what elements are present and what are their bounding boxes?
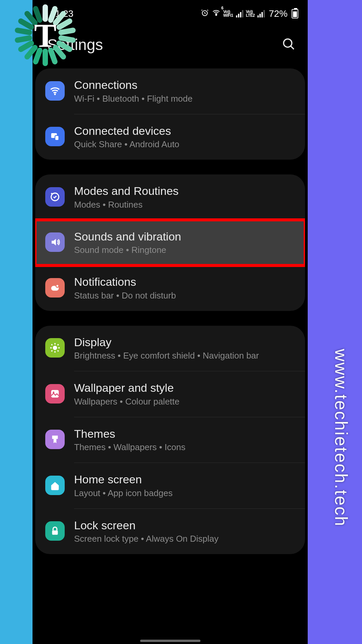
settings-row-sounds-vibration[interactable]: Sounds and vibrationSound mode • Rington… [35,220,305,266]
settings-row-title: Notifications [74,275,293,289]
svg-point-8 [56,284,59,287]
settings-row-themes[interactable]: ThemesThemes • Wallpapers • Icons [35,417,305,463]
battery-percent: 72% [269,8,288,19]
settings-row-text: Sounds and vibrationSound mode • Rington… [74,229,293,256]
settings-row-subtitle: Themes • Wallpapers • Icons [74,442,293,452]
home-icon [45,476,65,495]
settings-row-subtitle: Sound mode • Ringtone [74,245,293,255]
watermark-url: www.techietech.tech [331,349,351,527]
devices-icon [45,127,65,146]
settings-row-lock-screen[interactable]: Lock screenScreen lock type • Always On … [35,509,305,554]
signal-2-icon [257,10,265,17]
sound-icon [45,232,65,252]
settings-row-title: Display [74,335,293,350]
signal-1-icon [236,10,243,17]
phone-frame: 11:23 6 Vo))WiFi1 Vo))LTE2 72% Settings [33,0,308,644]
settings-row-subtitle: Modes • Routines [74,200,293,210]
settings-row-text: Wallpaper and styleWallpapers • Colour p… [74,381,293,407]
settings-row-display[interactable]: DisplayBrightness • Eye comfort shield •… [35,326,305,371]
routine-icon [45,187,65,207]
settings-row-modes-routines[interactable]: Modes and RoutinesModes • Routines [35,174,305,220]
wifi-icon [45,81,65,101]
settings-row-text: Modes and RoutinesModes • Routines [74,184,293,210]
settings-row-text: DisplayBrightness • Eye comfort shield •… [74,335,293,361]
settings-list[interactable]: ConnectionsWi-Fi • Bluetooth • Flight mo… [33,68,308,554]
gesture-nav-indicator[interactable] [140,640,200,642]
svg-point-9 [53,346,57,350]
lock-icon [45,521,65,541]
settings-row-subtitle: Wallpapers • Colour palette [74,396,293,407]
lte-label: Vo))LTE2 [246,10,255,17]
themes-icon [45,430,65,449]
settings-row-title: Connected devices [74,124,293,138]
svg-point-2 [284,39,292,47]
watermark-logo-letter: T [34,16,57,55]
settings-row-title: Connections [74,78,293,92]
settings-row-subtitle: Wi-Fi • Bluetooth • Flight mode [74,94,293,104]
alarm-icon [200,8,209,19]
settings-row-subtitle: Layout • App icon badges [74,488,293,498]
settings-row-title: Home screen [74,472,293,487]
settings-row-text: ThemesThemes • Wallpapers • Icons [74,427,293,453]
settings-row-connected-devices[interactable]: Connected devicesQuick Share • Android A… [35,114,305,160]
settings-row-home-screen[interactable]: Home screenLayout • App icon badges [35,463,305,508]
settings-group: Modes and RoutinesModes • RoutinesSounds… [35,174,305,311]
settings-group: DisplayBrightness • Eye comfort shield •… [35,326,305,554]
brightness-icon [45,338,65,358]
settings-row-subtitle: Brightness • Eye comfort shield • Naviga… [74,351,293,361]
settings-row-title: Sounds and vibration [74,229,293,244]
svg-point-1 [216,14,217,15]
status-icons: 6 Vo))WiFi1 Vo))LTE2 72% [200,8,298,19]
svg-point-3 [54,93,56,95]
svg-point-11 [53,391,54,393]
settings-row-subtitle: Screen lock type • Always On Display [74,534,293,544]
settings-row-connections[interactable]: ConnectionsWi-Fi • Bluetooth • Flight mo… [35,68,305,114]
svg-rect-12 [52,531,58,535]
settings-row-notifications[interactable]: NotificationsStatus bar • Do not disturb [35,265,305,311]
svg-rect-10 [51,390,59,397]
settings-row-title: Wallpaper and style [74,381,293,395]
settings-row-text: ConnectionsWi-Fi • Bluetooth • Flight mo… [74,78,293,104]
settings-row-title: Lock screen [74,518,293,533]
search-icon[interactable] [282,37,296,52]
svg-rect-5 [55,136,59,140]
watermark-logo: T [10,0,80,70]
settings-row-wallpaper[interactable]: Wallpaper and styleWallpapers • Colour p… [35,371,305,417]
settings-row-text: NotificationsStatus bar • Do not disturb [74,275,293,301]
settings-row-title: Modes and Routines [74,184,293,198]
wallpaper-icon [45,384,65,404]
settings-row-subtitle: Quick Share • Android Auto [74,139,293,150]
wifi-icon: 6 [212,8,221,19]
settings-row-title: Themes [74,427,293,441]
settings-row-subtitle: Status bar • Do not disturb [74,290,293,301]
settings-row-text: Connected devicesQuick Share • Android A… [74,124,293,150]
battery-icon [292,9,298,18]
wifi-label: Vo))WiFi1 [223,10,233,17]
settings-row-text: Home screenLayout • App icon badges [74,472,293,498]
settings-row-text: Lock screenScreen lock type • Always On … [74,518,293,544]
notif-icon [45,278,65,298]
settings-group: ConnectionsWi-Fi • Bluetooth • Flight mo… [35,68,305,160]
